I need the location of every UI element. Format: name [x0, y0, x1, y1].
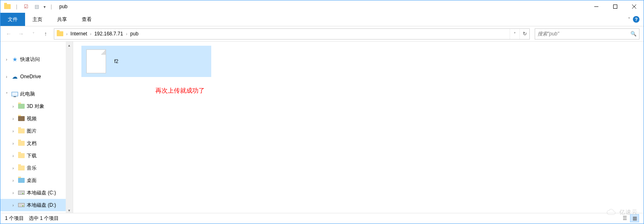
tree-drive-d[interactable]: › 本地磁盘 (D:) — [0, 199, 73, 211]
chevron-right-icon[interactable]: › — [10, 104, 16, 109]
tree-documents[interactable]: › 文档 — [0, 137, 73, 149]
svg-rect-1 — [614, 5, 617, 9]
cloud-icon — [606, 209, 617, 216]
tab-share[interactable]: 共享 — [50, 13, 74, 26]
address-dropdown-icon[interactable]: ˅ — [510, 29, 519, 39]
close-button[interactable] — [625, 0, 644, 13]
address-right: ˅ ↻ — [510, 29, 529, 39]
help-icon[interactable]: ? — [633, 16, 639, 23]
forward-button[interactable]: → — [16, 30, 26, 37]
chevron-right-icon[interactable]: › — [4, 75, 9, 79]
window-title: pub — [57, 4, 67, 9]
file-item[interactable]: f2 — [81, 46, 211, 77]
refresh-icon[interactable]: ↻ — [519, 29, 529, 39]
nav-arrows: ← → ˅ ↑ — [4, 30, 51, 37]
drive-icon — [18, 189, 25, 196]
tree-videos[interactable]: › 视频 — [0, 112, 73, 125]
chevron-right-icon[interactable]: › — [10, 166, 16, 170]
tree-quick-access[interactable]: › ★ 快速访问 — [0, 53, 73, 65]
crumb-label: 192.168.7.71 — [94, 31, 123, 37]
folder-icon — [57, 31, 63, 36]
search-input[interactable]: 搜索"pub" 🔍 — [535, 28, 639, 40]
tree-label: 本地磁盘 (C:) — [27, 189, 56, 196]
minimize-button[interactable] — [587, 0, 606, 13]
scroll-track[interactable] — [66, 49, 73, 207]
pc-icon — [11, 90, 18, 98]
tree-label: 3D 对象 — [27, 103, 44, 110]
ribbon: 文件 主页 共享 查看 ˅ ? — [0, 13, 644, 26]
crumb-host[interactable]: 192.168.7.71 — [92, 29, 125, 39]
tree-3d-objects[interactable]: › 3D 对象 — [0, 100, 73, 112]
file-name: f2 — [114, 58, 118, 64]
new-folder-icon[interactable]: ▤ — [33, 3, 40, 10]
status-total: 1 个项目 — [5, 215, 29, 222]
chevron-right-icon[interactable]: › — [10, 117, 16, 121]
ribbon-right: ˅ ? — [628, 13, 644, 26]
up-button[interactable]: ↑ — [41, 30, 51, 37]
folder-icon — [18, 152, 25, 159]
folder-icon — [18, 103, 25, 110]
folder-icon — [18, 164, 25, 172]
chevron-right-icon[interactable]: › — [10, 203, 16, 208]
chevron-right-icon[interactable]: › — [10, 129, 16, 133]
drive-icon — [18, 201, 25, 209]
sidebar: › ★ 快速访问 › ☁ OneDrive ˅ 此电脑 › 3D 对象 — [0, 42, 73, 214]
star-icon: ★ — [11, 56, 18, 63]
address-bar[interactable]: › Internet › 192.168.7.71 › pub ˅ ↻ — [54, 28, 530, 40]
chevron-down-icon[interactable]: ˅ — [4, 92, 9, 96]
tab-file[interactable]: 文件 — [0, 13, 25, 26]
back-button[interactable]: ← — [4, 30, 14, 37]
tree-music[interactable]: › 音乐 — [0, 162, 73, 174]
properties-icon[interactable]: ☑ — [22, 3, 30, 10]
file-icon — [86, 49, 106, 73]
annotation-text: 再次上传就成功了 — [155, 87, 635, 95]
content-pane[interactable]: f2 再次上传就成功了 — [73, 42, 644, 214]
window-controls — [587, 0, 644, 13]
crumb-pub[interactable]: pub — [128, 29, 141, 39]
tree-label: OneDrive — [20, 74, 41, 79]
tree-drive-c[interactable]: › 本地磁盘 (C:) — [0, 187, 73, 199]
tab-view[interactable]: 查看 — [74, 13, 99, 26]
tree-label: 图片 — [27, 128, 37, 135]
maximize-button[interactable] — [606, 0, 625, 13]
cloud-icon: ☁ — [11, 73, 18, 80]
recent-dropdown-icon[interactable]: ˅ — [28, 32, 38, 36]
scroll-up-icon[interactable]: ▴ — [66, 42, 73, 49]
tree-label: 本地磁盘 (D:) — [27, 202, 56, 209]
status-bar: 1 个项目 选中 1 个项目 ☰ ▦ — [1, 213, 643, 223]
crumb-internet[interactable]: Internet — [68, 29, 90, 39]
crumb-label: pub — [130, 31, 138, 37]
body: › ★ 快速访问 › ☁ OneDrive ˅ 此电脑 › 3D 对象 — [0, 42, 644, 214]
qat-separator: | — [14, 4, 19, 9]
ribbon-expand-icon[interactable]: ˅ — [628, 17, 630, 22]
title-bar: | ☑ ▤ ▾ | pub — [0, 0, 644, 13]
quick-access-toolbar: | ☑ ▤ ▾ | — [0, 3, 57, 10]
search-icon[interactable]: 🔍 — [630, 31, 637, 37]
tree-label: 快速访问 — [20, 56, 40, 63]
navigation-bar: ← → ˅ ↑ › Internet › 192.168.7.71 › pub … — [0, 26, 644, 42]
tab-home[interactable]: 主页 — [25, 13, 50, 26]
tree-label: 视频 — [27, 115, 37, 122]
watermark-text: 亿速云 — [619, 209, 638, 216]
sidebar-scrollbar[interactable]: ▴ ▾ — [66, 42, 73, 214]
folder-icon — [4, 3, 11, 10]
nav-tree: › ★ 快速访问 › ☁ OneDrive ˅ 此电脑 › 3D 对象 — [0, 53, 73, 211]
tree-label: 桌面 — [27, 177, 37, 184]
tree-pictures[interactable]: › 图片 — [0, 125, 73, 137]
chevron-right-icon[interactable]: › — [10, 178, 16, 183]
qat-dropdown-icon[interactable]: ▾ — [44, 5, 46, 9]
folder-icon — [18, 115, 25, 122]
chevron-right-icon[interactable]: › — [4, 57, 9, 62]
folder-icon — [18, 127, 25, 135]
tree-downloads[interactable]: › 下载 — [0, 149, 73, 162]
chevron-right-icon[interactable]: › — [10, 154, 16, 158]
chevron-right-icon[interactable]: › — [10, 191, 16, 195]
tree-this-pc[interactable]: ˅ 此电脑 — [0, 88, 73, 100]
qat-separator-2: | — [49, 4, 53, 9]
chevron-right-icon[interactable]: › — [10, 141, 16, 146]
tree-label: 文档 — [27, 140, 37, 147]
tree-label: 下载 — [27, 152, 37, 159]
tree-desktop[interactable]: › 桌面 — [0, 174, 73, 187]
tree-onedrive[interactable]: › ☁ OneDrive — [0, 70, 73, 83]
crumb-root[interactable] — [54, 29, 66, 39]
